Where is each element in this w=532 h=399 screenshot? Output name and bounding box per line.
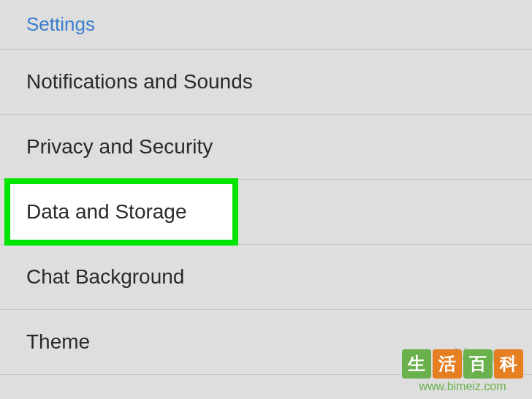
watermark-char-3: 百 [463, 349, 493, 379]
settings-item-privacy[interactable]: Privacy and Security [0, 114, 532, 179]
settings-item-notifications[interactable]: Notifications and Sounds [0, 49, 532, 114]
watermark-char-4: 科 [494, 349, 523, 379]
watermark: 生 活 百 科 www.bimeiz.com [402, 349, 523, 393]
highlight-label: Data and Storage [26, 200, 187, 224]
watermark-logo: 生 活 百 科 [402, 349, 523, 379]
settings-item-label: Notifications and Sounds [26, 70, 253, 93]
watermark-char-1: 生 [402, 349, 431, 379]
settings-item-label: Chat Background [26, 265, 184, 288]
watermark-chars: 生 活 百 科 [402, 349, 523, 379]
watermark-char-2: 活 [433, 349, 462, 379]
settings-item-chat-background[interactable]: Chat Background [0, 244, 532, 309]
settings-section-header: Settings [0, 0, 532, 49]
highlight-box: Data and Storage [4, 178, 238, 246]
watermark-url: www.bimeiz.com [419, 380, 506, 393]
settings-item-label: Theme [26, 330, 90, 353]
settings-item-label: Privacy and Security [26, 135, 213, 158]
